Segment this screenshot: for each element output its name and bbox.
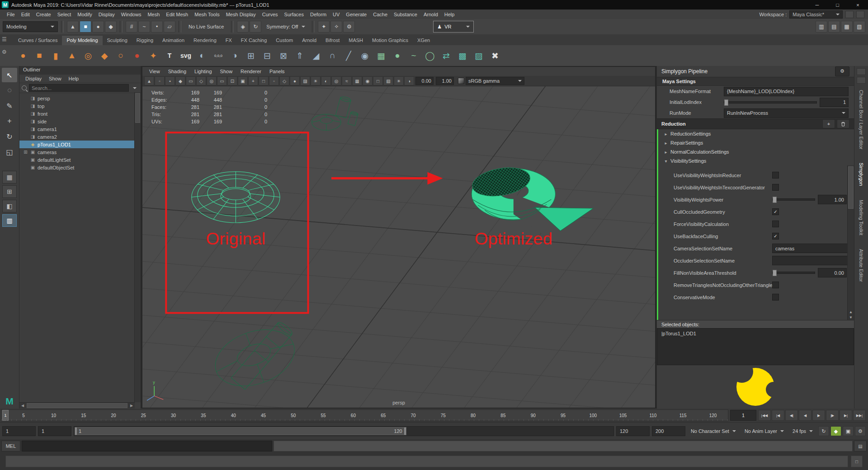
step-forward-key-button[interactable]: |▶ bbox=[826, 410, 839, 421]
shadows-icon[interactable]: ◐ bbox=[321, 76, 331, 85]
usebackfaceculling-checkbox[interactable] bbox=[772, 233, 779, 240]
construction-history-icon[interactable]: ↻ bbox=[250, 21, 261, 33]
select-hierarchy-icon[interactable]: ▲ bbox=[67, 21, 79, 33]
retopologize-icon[interactable]: ▨ bbox=[471, 48, 486, 63]
bevel-icon[interactable]: ◢ bbox=[308, 48, 324, 63]
fps-dropdown[interactable]: 24 fps bbox=[789, 427, 816, 436]
shelf-tab[interactable]: Curves / Surfaces bbox=[14, 36, 62, 45]
ao-icon[interactable]: ◎ bbox=[331, 76, 341, 85]
fillnonvisibleareathreshold-slider[interactable] bbox=[772, 272, 815, 274]
menu-item[interactable]: Create bbox=[33, 12, 54, 17]
scrollbar-thumb[interactable] bbox=[848, 166, 854, 209]
shelf-tab[interactable]: Poly Modeling bbox=[62, 36, 102, 45]
usevisibilityweightsintexcoordgenerator-checkbox[interactable] bbox=[772, 184, 779, 191]
layout-custom[interactable]: ▥ bbox=[2, 214, 17, 227]
outliner-item[interactable]: ⊞ cameras bbox=[19, 148, 141, 156]
command-input[interactable] bbox=[22, 441, 272, 451]
layout-single-pane[interactable]: ▦ bbox=[2, 171, 17, 183]
extract-icon[interactable]: ⊠ bbox=[276, 48, 291, 63]
reduction-section-header[interactable]: Reduction + bbox=[657, 118, 854, 129]
gear-icon[interactable]: ⚙ bbox=[835, 66, 849, 76]
anim-layer-dropdown[interactable]: No Anim Layer bbox=[741, 427, 787, 436]
mesh-name-format-field[interactable]: {MeshName}_LOD{LODIndex} bbox=[724, 87, 849, 96]
wireframe-icon[interactable]: ◇ bbox=[279, 76, 289, 85]
initial-lod-index-field[interactable]: 1 bbox=[820, 98, 849, 107]
range-slider-range[interactable]: 1 120 bbox=[75, 427, 406, 435]
step-forward-frame-button[interactable]: ▶| bbox=[840, 410, 852, 421]
outliner-menu-item[interactable]: Help bbox=[66, 76, 82, 81]
menu-item[interactable]: Mesh Tools bbox=[191, 12, 222, 17]
optimized-torus-mesh[interactable] bbox=[470, 164, 598, 235]
group-normal-calculation-settings[interactable]: ▸ NormalCalculationSettings bbox=[658, 147, 854, 156]
filter-icon[interactable] bbox=[131, 87, 138, 89]
disclosure-icon[interactable]: ▸ bbox=[664, 141, 668, 146]
poly-cone-icon[interactable]: ▲ bbox=[64, 48, 80, 63]
image-plane-icon[interactable]: ▭ bbox=[186, 76, 196, 85]
close-button[interactable]: × bbox=[848, 0, 868, 9]
sweep-mesh-icon[interactable]: ◐ bbox=[194, 48, 210, 63]
menu-item[interactable]: UV bbox=[330, 12, 343, 17]
menu-item[interactable]: Help bbox=[441, 12, 458, 17]
sidebar-channelbox-icon[interactable]: ▥ bbox=[816, 21, 827, 33]
script-editor-icon[interactable]: ▤ bbox=[854, 441, 867, 451]
outliner-item[interactable]: persp bbox=[19, 94, 141, 102]
quad-draw-icon[interactable]: ▦ bbox=[373, 48, 389, 63]
motion-blur-icon[interactable]: ≈ bbox=[342, 76, 352, 85]
current-time-indicator[interactable]: 1 bbox=[2, 410, 9, 421]
mirror-icon[interactable]: ⇄ bbox=[439, 48, 454, 63]
viewport-menu-item[interactable]: Renderer bbox=[236, 69, 265, 74]
layout-persp-outliner[interactable]: ◧ bbox=[2, 200, 17, 212]
menu-item[interactable]: Generate bbox=[343, 12, 370, 17]
shelf-tab[interactable]: XGen bbox=[413, 36, 434, 45]
multi-cut-icon[interactable]: ╱ bbox=[341, 48, 356, 63]
lasso-tool[interactable]: ◌ bbox=[2, 83, 17, 98]
snap-to-point-icon[interactable]: • bbox=[151, 21, 163, 33]
visibilityweightspower-field[interactable]: 1.00 bbox=[818, 195, 847, 204]
type-tool-icon[interactable]: T bbox=[162, 48, 177, 63]
gamma-icon[interactable]: ◑ bbox=[404, 76, 414, 85]
live-surface-field[interactable]: No Live Surface bbox=[184, 24, 228, 29]
initial-lod-index-slider[interactable] bbox=[724, 101, 817, 103]
disclosure-icon[interactable]: ▸ bbox=[664, 150, 668, 155]
symmetry-dropdown[interactable]: Symmetry: Off bbox=[263, 22, 309, 32]
delete-pipeline-button[interactable] bbox=[837, 119, 849, 128]
sidebar-pin-icon[interactable] bbox=[857, 77, 866, 84]
search-input[interactable]: Search... bbox=[29, 84, 129, 92]
slider-handle[interactable] bbox=[773, 197, 777, 203]
go-to-start-button[interactable]: |◀◀ bbox=[758, 410, 771, 421]
shelf-tab[interactable]: Animation bbox=[158, 36, 189, 45]
shelf-tab[interactable]: MASH bbox=[344, 36, 368, 45]
poly-torus-icon[interactable]: ◎ bbox=[80, 48, 96, 63]
original-torus-mesh[interactable] bbox=[192, 172, 280, 223]
menu-item[interactable]: Modify bbox=[74, 12, 95, 17]
shelf-tab[interactable]: FX bbox=[221, 36, 236, 45]
toolbar-separator[interactable] bbox=[312, 21, 315, 33]
menu-item[interactable]: Mesh Display bbox=[223, 12, 259, 17]
expand-icon[interactable]: ⊞ bbox=[23, 150, 28, 155]
outliner-title[interactable]: Outliner bbox=[19, 66, 141, 75]
animation-preferences-icon[interactable]: ⚙ bbox=[855, 426, 866, 436]
viewport-menu-item[interactable]: Panels bbox=[265, 69, 289, 74]
group-repair-settings[interactable]: ▸ RepairSettings bbox=[658, 138, 854, 147]
textured-icon[interactable]: ▨ bbox=[300, 76, 310, 85]
outliner-item[interactable]: top bbox=[19, 102, 141, 110]
group-reduction-settings[interactable]: ▸ ReductionSettings bbox=[658, 129, 854, 138]
outliner-item[interactable]: pTorus1_LOD1 bbox=[19, 141, 141, 148]
oversampling-icon[interactable]: ◎ bbox=[207, 76, 217, 85]
cullocccludedgeometry-checkbox[interactable] bbox=[772, 208, 779, 215]
select-object-icon[interactable]: ■ bbox=[80, 21, 91, 33]
extrude-icon[interactable]: ⇑ bbox=[292, 48, 307, 63]
menu-item[interactable]: Surfaces bbox=[281, 12, 307, 17]
forcevisibilitycalculation-checkbox[interactable] bbox=[772, 221, 779, 227]
poly-cube-icon[interactable]: ■ bbox=[32, 48, 47, 63]
field-chart-icon[interactable]: + bbox=[248, 76, 258, 85]
cut-tool-icon[interactable]: ✖ bbox=[487, 48, 503, 63]
select-tool[interactable]: ↖ bbox=[2, 68, 17, 82]
snap-to-curve-icon[interactable]: ~ bbox=[138, 21, 150, 33]
character-set-dropdown[interactable]: No Character Set bbox=[688, 427, 739, 436]
menu-item[interactable]: Mesh bbox=[144, 12, 163, 17]
menu-item[interactable]: Substance bbox=[391, 12, 420, 17]
toolbar-separator[interactable] bbox=[179, 21, 181, 33]
current-frame-field[interactable]: 1 bbox=[730, 410, 756, 421]
shelf-tab[interactable]: Motion Graphics bbox=[368, 36, 413, 45]
